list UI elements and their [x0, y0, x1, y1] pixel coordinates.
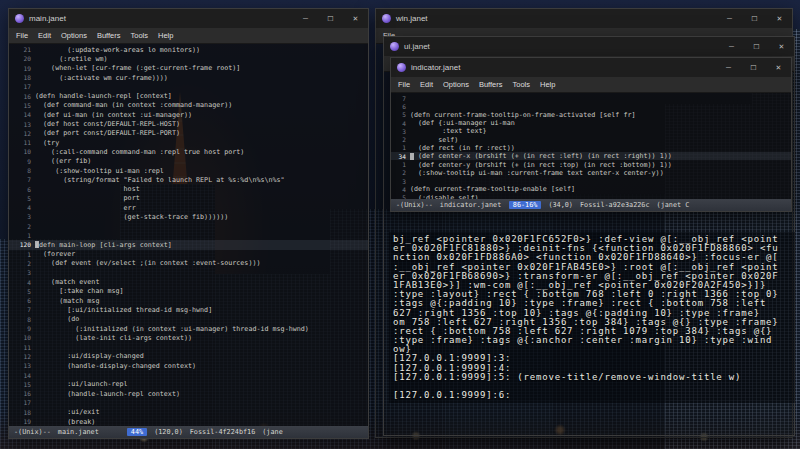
minimize-button[interactable]: ─ [716, 58, 741, 77]
modeline: -(Unix)-- main.janet 44% (120,0) Fossil-… [9, 426, 368, 438]
modeline-buffer-name: main.janet [58, 428, 120, 436]
code-buffer[interactable]: 21 (:update-work-areas lo monitors)) 20 … [9, 44, 368, 426]
line-number: 13 [9, 362, 35, 369]
maximize-button[interactable]: ☐ [744, 37, 769, 56]
menu-item[interactable]: Buffers [97, 31, 121, 40]
code-text: (def port const/DEFAULT-REPL-PORT) [35, 129, 180, 137]
line-number: 4 [391, 186, 410, 193]
menu-item[interactable]: File [16, 31, 28, 40]
modeline-major-mode: (jane [262, 428, 282, 436]
repl-line: :__obj_ref <pointer 0x020F1FAB45E0>} :ro… [393, 263, 791, 272]
line-number: 34 [391, 153, 410, 160]
code-text: (defn handle-launch-repl [context] [35, 92, 172, 100]
code-text: :ui/exit [35, 408, 99, 416]
close-button[interactable]: ✕ [766, 58, 791, 77]
window-title: main.janet [29, 14, 66, 23]
repl-line: [127.0.0.1:9999]:3: [393, 354, 791, 363]
code-line: 2 (:show-tooltip ui-man :current-frame t… [391, 169, 791, 177]
window-controls: ─ ☐ ✕ [293, 9, 368, 28]
code-text: (def rect (in fr :rect)) [410, 144, 515, 152]
code-line: 7 [391, 94, 791, 102]
code-text: err [35, 204, 136, 212]
line-number: 7 [9, 306, 35, 313]
code-buffer[interactable]: 7 6 5 (defn current-frame-tooltip-on-fra… [391, 93, 791, 199]
code-line: 13 (handle-display-changed context) [9, 361, 368, 370]
close-button[interactable]: ✕ [343, 9, 368, 28]
menu-item[interactable]: Buffers [479, 80, 503, 89]
menu-item[interactable]: Edit [420, 80, 433, 89]
line-number: 1 [391, 161, 410, 168]
code-text: (break) [35, 418, 95, 426]
window-title: ui.janet [404, 42, 430, 51]
repl-line: :type :layout} :rect { :bottom 768 :left… [393, 290, 791, 299]
titlebar[interactable]: indicator.janet ─ ☐ ✕ [391, 58, 791, 77]
line-number: 3 [9, 213, 35, 220]
repl-line: 627 :right 1356 :top 10} :tags @{:paddin… [393, 309, 791, 318]
desktop: win.janet ─ ☐ ✕ File ui.janet ─ ☐ ✕ File [0, 0, 800, 449]
line-number: 6 [391, 103, 410, 110]
code-line: 9 ((err fib) [9, 157, 368, 166]
line-number: 4 [9, 204, 35, 211]
code-text: (:retile wm) [35, 55, 107, 63]
minimize-button[interactable]: ─ [719, 37, 744, 56]
titlebar[interactable]: win.janet ─ ☐ ✕ [376, 9, 792, 28]
line-number: 6 [9, 297, 35, 304]
window-indicator-janet: indicator.janet ─ ☐ ✕ FileEditOptionsBuf… [390, 57, 792, 212]
menu-item[interactable]: Options [61, 31, 87, 40]
code-line: 18 (:activate wm cur-frame)))) [9, 73, 368, 82]
code-line: 18 :ui/exit [9, 408, 368, 417]
menu-item[interactable]: Tools [131, 31, 149, 40]
menu-item[interactable]: Help [540, 80, 555, 89]
menu-item[interactable]: File [398, 80, 410, 89]
code-line: 15 :ui/launch-repl [9, 380, 368, 389]
code-line: 1 (def center-y (brshift (+ (in rect :to… [391, 160, 791, 168]
code-text: (handle-display-changed context) [35, 362, 196, 370]
menubar: FileEditOptionsBuffersToolsHelp [9, 28, 368, 44]
maximize-button[interactable]: ☐ [318, 9, 343, 28]
window-main-janet: main.janet ─ ☐ ✕ FileEditOptionsBuffersT… [8, 8, 369, 439]
code-line: 10 (:call-command command-man :repl true… [9, 147, 368, 156]
maximize-button[interactable]: ☐ [741, 58, 766, 77]
window-title: win.janet [396, 14, 428, 23]
code-line: 9 (:initialized (in context :ui-manager)… [9, 324, 368, 333]
menu-item[interactable]: Help [158, 31, 173, 40]
code-text: :ui/launch-repl [35, 380, 128, 388]
menubar: FileEditOptionsBuffersToolsHelp [391, 77, 791, 93]
code-line: 3 :text text} [391, 127, 791, 135]
line-number: 18 [9, 409, 35, 416]
line-number: 18 [9, 74, 35, 81]
line-number: 5 [9, 195, 35, 202]
repl-line: nction 0x020F1FD886A0> <function 0x020F1… [393, 253, 791, 262]
code-text: (def event (ev/select ;(in context :even… [35, 259, 260, 267]
minimize-button[interactable]: ─ [717, 9, 742, 28]
close-button[interactable]: ✕ [767, 9, 792, 28]
titlebar[interactable]: main.janet ─ ☐ ✕ [9, 9, 368, 28]
code-text: (defn current-frame-tooltip-on-frame-act… [410, 111, 635, 119]
close-button[interactable]: ✕ [769, 37, 794, 56]
menu-item[interactable]: Tools [513, 80, 531, 89]
line-number: 3 [391, 178, 410, 185]
line-number: 2 [9, 223, 35, 230]
code-line: 2 (def event (ev/select ;(in context :ev… [9, 259, 368, 268]
code-line: 3 (get-stack-trace fib)))))) [9, 212, 368, 221]
line-number: 16 [9, 93, 35, 100]
titlebar[interactable]: ui.janet ─ ☐ ✕ [384, 37, 794, 56]
code-text: port [35, 194, 140, 202]
minimize-button[interactable]: ─ [293, 9, 318, 28]
code-line: 2 self) [391, 135, 791, 143]
code-line: 120 (defn main-loop [cli-args context] [9, 240, 368, 249]
code-text: (:initialized (in context :ui-manager) t… [35, 325, 309, 333]
line-number: 17 [9, 83, 35, 90]
code-text: self) [410, 136, 458, 144]
line-number: 2 [391, 169, 410, 176]
code-text: (def center-y (brshift (+ (in rect :top)… [410, 161, 672, 169]
maximize-button[interactable]: ☐ [742, 9, 767, 28]
menu-item[interactable]: Options [443, 80, 469, 89]
repl-output[interactable]: bj_ref <pointer 0x020F1FC652F0>} :def-vi… [389, 232, 795, 403]
repl-line: :type :frame} :tags @{:anchor :center :m… [393, 336, 791, 345]
menu-item[interactable]: Edit [38, 31, 51, 40]
line-number: 8 [9, 316, 35, 323]
code-line: 20 (:retile wm) [9, 54, 368, 63]
code-line: 7 (string/format "Failed to launch REPL … [9, 175, 368, 184]
code-line: 6 [391, 102, 791, 110]
